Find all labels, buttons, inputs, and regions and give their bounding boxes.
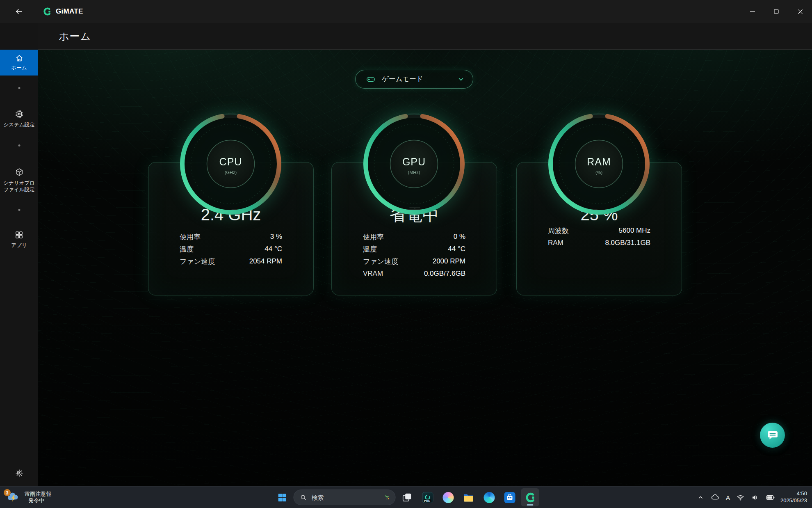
preview-badge: PRE: [423, 499, 431, 502]
microsoft-store-button[interactable]: [501, 488, 519, 506]
stat-row: 周波数 5600 MHz: [548, 224, 650, 237]
cloud-icon: [711, 493, 720, 502]
app-preview-button[interactable]: PRE: [419, 488, 437, 506]
gpu-gauge: GPU (MHz): [360, 110, 468, 218]
system-tray: A 4:50: [696, 487, 807, 508]
window-controls: [741, 0, 812, 23]
edge-button[interactable]: [480, 488, 498, 506]
gear-icon: [15, 469, 24, 478]
taskbar-search[interactable]: [294, 490, 396, 505]
sidebar-item-label: システム設定: [2, 121, 37, 128]
game-mode-dropdown[interactable]: ゲームモード: [355, 70, 473, 89]
gauge-label: CPU: [219, 156, 242, 167]
search-highlight-icon: [383, 493, 391, 501]
edge-icon: [484, 492, 495, 503]
onedrive-button[interactable]: [710, 492, 721, 503]
stat-value: 0 %: [454, 233, 465, 241]
task-view-icon: [402, 492, 413, 503]
clock[interactable]: 4:50 2025/05/23: [780, 490, 807, 504]
weather-alert-line1: 雷雨注意報: [25, 491, 51, 497]
game-mode-label: ゲームモード: [382, 75, 423, 84]
volume-button[interactable]: [750, 492, 760, 503]
chevron-up-icon: [696, 493, 705, 501]
start-button[interactable]: [273, 488, 291, 506]
ram-gauge: RAM (%): [545, 110, 653, 218]
sidebar-item-label: ホーム: [2, 64, 37, 71]
stat-value: 3 %: [270, 233, 282, 241]
chevron-down-icon: [457, 76, 465, 83]
app-preview-icon: PRE: [422, 492, 433, 503]
stat-value: 0.0GB/7.6GB: [424, 270, 465, 278]
gpu-stats: 使用率 0 % 温度 44 °C ファン速度 2000 RPM VRAM 0.0…: [363, 231, 465, 280]
chat-bubble-icon: [766, 429, 779, 442]
stat-label: 温度: [363, 245, 377, 254]
gimate-logo-icon: [43, 7, 52, 16]
stat-value: 44 °C: [265, 245, 282, 253]
stat-row: ファン速度 2000 RPM: [363, 255, 465, 268]
cpu-panel: 2.4 GHz 使用率 3 % 温度 44 °C ファン速度 2054 RPM: [148, 110, 314, 298]
sidebar: ホーム システム設定 シナリオプロファイル設定 アプリ: [0, 23, 38, 486]
ram-stats: 周波数 5600 MHz RAM 8.0GB/31.1GB: [548, 224, 650, 249]
gimate-taskbar-button[interactable]: [521, 488, 539, 506]
stat-label: ファン速度: [180, 257, 215, 266]
gimate-window: GiMATE ホーム システム設定: [0, 0, 812, 508]
battery-button[interactable]: [765, 492, 776, 503]
file-explorer-button[interactable]: [460, 488, 478, 506]
maximize-button[interactable]: [764, 0, 788, 23]
weather-icon-wrap: 3: [7, 491, 21, 503]
stat-row: ファン速度 2054 RPM: [180, 255, 282, 268]
cpu-stats: 使用率 3 % 温度 44 °C ファン速度 2054 RPM: [180, 231, 282, 268]
stat-label: 使用率: [363, 232, 384, 242]
search-input[interactable]: [312, 494, 379, 501]
task-view-button[interactable]: [398, 488, 416, 506]
stat-value: 44 °C: [448, 245, 465, 253]
sidebar-separator-dot: [18, 209, 20, 211]
sidebar-item-system-settings[interactable]: システム設定: [0, 109, 38, 128]
clock-date: 2025/05/23: [780, 497, 807, 504]
chat-button[interactable]: [760, 423, 785, 448]
cpu-gauge: CPU (GHz): [176, 110, 285, 218]
sidebar-settings-button[interactable]: [0, 469, 38, 478]
sidebar-item-scenario-profile[interactable]: シナリオプロファイル設定: [0, 167, 38, 193]
stat-row: 使用率 3 %: [180, 231, 282, 243]
title-bar: GiMATE: [0, 0, 812, 23]
tray-chevron-up-button[interactable]: [696, 492, 705, 502]
speaker-icon: [751, 493, 760, 502]
stat-row: RAM 8.0GB/31.1GB: [548, 237, 650, 249]
wifi-button[interactable]: [735, 492, 746, 503]
minimize-icon: [748, 7, 757, 16]
clock-time: 4:50: [780, 490, 807, 497]
stat-row: 温度 44 °C: [363, 243, 465, 255]
stat-row: 温度 44 °C: [180, 243, 282, 255]
home-icon: [15, 54, 24, 63]
gimate-logo-icon: [525, 492, 536, 503]
minimize-button[interactable]: [741, 0, 764, 23]
sidebar-item-apps[interactable]: アプリ: [0, 230, 38, 249]
stat-label: 使用率: [180, 232, 201, 242]
stat-label: RAM: [548, 239, 563, 247]
stat-label: 周波数: [548, 226, 569, 236]
file-explorer-icon: [463, 492, 474, 502]
gpu-panel: 省電中 使用率 0 % 温度 44 °C ファン速度 2000 RPM: [331, 110, 497, 298]
app-brand: GiMATE: [43, 7, 83, 16]
page-header: ホーム: [38, 23, 812, 50]
copilot-button[interactable]: [439, 488, 457, 506]
cube-icon: [14, 167, 24, 177]
alert-count-badge: 3: [4, 489, 11, 496]
gauge-unit: (GHz): [225, 170, 237, 175]
arrow-left-icon: [14, 7, 23, 16]
close-button[interactable]: [788, 0, 812, 23]
back-button[interactable]: [10, 3, 28, 20]
widgets-weather-button[interactable]: 3 雷雨注意報 発令中: [7, 487, 51, 508]
stat-row: 使用率 0 %: [363, 231, 465, 243]
sidebar-item-home[interactable]: ホーム: [0, 50, 38, 76]
gauge-unit: (%): [595, 170, 602, 175]
stat-row: VRAM 0.0GB/7.6GB: [363, 268, 465, 280]
taskbar: 3 雷雨注意報 発令中: [0, 486, 812, 508]
taskbar-center: PRE: [273, 487, 539, 508]
app-title: GiMATE: [56, 7, 83, 16]
ram-panel: 25 % 周波数 5600 MHz RAM 8.0GB/31.1GB: [516, 110, 682, 298]
ime-mode-button[interactable]: A: [725, 493, 731, 502]
maximize-icon: [772, 7, 780, 16]
sidebar-item-label: シナリオプロファイル設定: [2, 180, 37, 193]
